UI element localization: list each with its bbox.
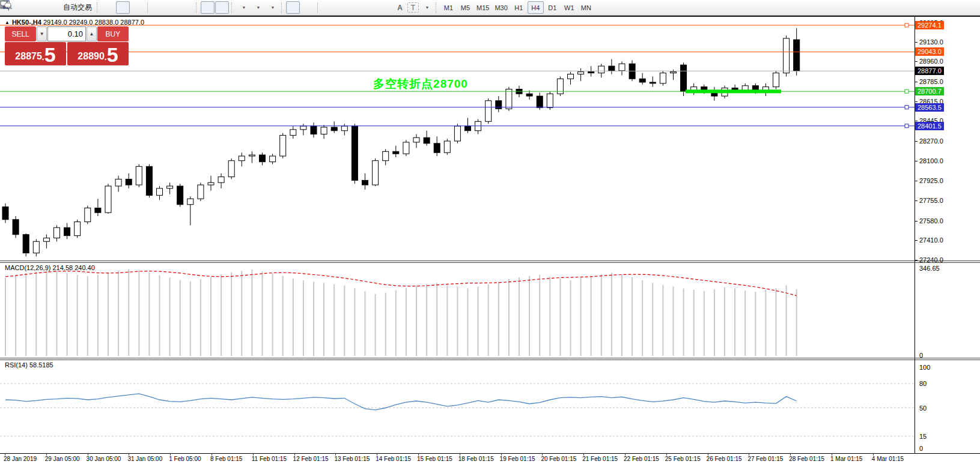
volume-decrease-button[interactable]: ▼ [37,26,47,41]
dropdown-arrow-icon: ▼ [271,5,275,10]
price-tick-mark [915,82,918,82]
time-axis-label: 30 Jan 05:00 [87,456,121,462]
macd-indicator-label: MACD(12,26,9) 214.58 240.40 [5,264,95,271]
price-tick-mark [915,42,918,43]
arrows-button[interactable]: ▼ [419,1,433,14]
toolbar-grip [196,2,198,13]
timeframe-button-m5[interactable]: M5 [457,1,473,14]
symbol-period-label: HK50-,H4 [12,19,41,26]
timeframe-button-mn[interactable]: MN [578,1,594,14]
price-tick-mark [915,221,918,221]
candlestick-plot [0,17,915,261]
volume-input[interactable] [47,26,86,41]
zoom-out-button[interactable] [165,1,179,14]
time-axis-label: 4 Mar 01:15 [872,456,904,462]
price-tick-label: 27240.0 [919,256,943,264]
price-tick-label: 28785.0 [919,78,943,85]
price-line-label: 29043.0 [915,47,944,56]
dropdown-arrow-icon: ▼ [425,5,430,10]
price-tick-mark [915,260,918,261]
sell-price-button[interactable]: 28875.5 [5,42,66,65]
buy-button[interactable]: BUY [97,26,129,41]
autotrading-label: 自动交易 [63,2,92,13]
price-tick-label: 27925.0 [919,177,943,184]
timeframe-button-m1[interactable]: M1 [440,1,457,14]
price-tick-label: 27580.0 [919,217,943,224]
time-axis-label: 27 Feb 01:15 [747,456,783,462]
time-axis-label: 28 Feb 01:15 [789,456,824,462]
buy-price-button[interactable]: 28890.5 [67,42,129,65]
current-price-label: 28877.0 [915,67,944,75]
time-axis-label: 12 Feb 01:15 [293,456,329,462]
timeframe-button-w1[interactable]: W1 [561,1,577,14]
rsi-indicator-label: RSI(14) 58.5185 [5,361,53,369]
time-axis-label: 18 Feb 01:15 [458,456,494,462]
horizontal-line-button[interactable] [335,1,349,14]
rsi-plot [0,360,915,453]
periods-button[interactable]: ▼ [251,1,264,14]
chart-annotation-text[interactable]: 多空转折点28700 [373,76,468,92]
price-tick-label: 27410.0 [919,237,943,244]
new-chart-button[interactable] [16,1,30,14]
time-axis-label: 26 Feb 01:15 [707,456,742,462]
signals-button[interactable] [45,1,59,14]
time-axis-label: 25 Feb 01:15 [665,456,701,462]
search-button[interactable] [950,1,964,14]
bar-chart-button[interactable] [102,1,115,14]
zoom-in-button[interactable] [151,1,165,14]
autotrading-button[interactable]: 自动交易 [59,1,94,14]
crosshair-button[interactable] [300,1,314,14]
timeframe-button-m15[interactable]: M15 [474,1,492,14]
time-axis-label: 11 Feb 01:15 [252,456,287,462]
macd-plot [0,263,915,358]
cursor-button[interactable] [286,1,300,14]
dropdown-arrow-icon: ▼ [242,5,246,10]
price-line-label: 28700.7 [915,87,944,95]
toolbar-grip [436,2,438,13]
fibonacci-button[interactable]: F [379,1,392,14]
timeframe-button-h1[interactable]: H1 [511,1,527,14]
time-axis-label: 13 Feb 01:15 [334,456,370,462]
indicators-button[interactable]: ▼ [236,1,250,14]
candlestick-chart-button[interactable] [116,1,130,14]
time-axis-label: 15 Feb 01:15 [417,456,452,462]
vertical-line-button[interactable] [321,1,335,14]
templates-button[interactable]: ▼ [265,1,279,14]
buy-price-main: 28890 [78,49,105,64]
channel-button[interactable]: E [364,1,378,14]
trendline-button[interactable] [350,1,364,14]
price-tick-label: 29130.0 [919,38,943,46]
volume-increase-button[interactable]: ▲ [87,26,97,41]
macd-axis-label: 0 [919,352,923,359]
line-chart-button[interactable] [130,1,144,14]
timeframe-button-m30[interactable]: M30 [492,1,510,14]
price-line-label: 28563.5 [915,103,944,112]
rsi-axis-label: 0 [919,445,923,452]
main-chart-panel[interactable] [0,17,915,261]
price-tick-mark [915,101,918,102]
rsi-panel[interactable] [0,360,915,453]
price-tick-mark [915,200,918,201]
macd-panel[interactable] [0,263,915,358]
price-tick-mark [915,240,918,241]
time-axis-label: 8 Feb 01:15 [210,456,242,462]
sell-button[interactable]: SELL [5,26,36,41]
ohlc-readout: 29149.0 29249.0 28838.0 28877.0 [43,19,144,26]
price-tick-label: 28960.0 [919,58,943,65]
collapse-arrow-icon[interactable]: ▲ [5,20,10,25]
chat-button[interactable] [964,1,978,14]
timeframe-button-d1[interactable]: D1 [544,1,561,14]
timeframe-button-h4[interactable]: H4 [528,1,544,14]
label-tool-button[interactable]: T [407,2,419,13]
tile-windows-button[interactable] [180,1,193,14]
chart-shift-button[interactable] [215,1,229,14]
time-axis-label: 14 Feb 01:15 [376,456,411,462]
sell-price-main: 28875 [15,49,42,64]
profiles-button[interactable] [31,1,44,14]
text-tool-button[interactable]: A [393,1,407,14]
price-tick-label: 28270.0 [919,137,943,145]
auto-scroll-button[interactable] [201,1,215,14]
rsi-axis-label: 15 [919,433,927,440]
rsi-axis-label: 100 [919,364,930,371]
price-tick-label: 28100.0 [919,157,943,164]
